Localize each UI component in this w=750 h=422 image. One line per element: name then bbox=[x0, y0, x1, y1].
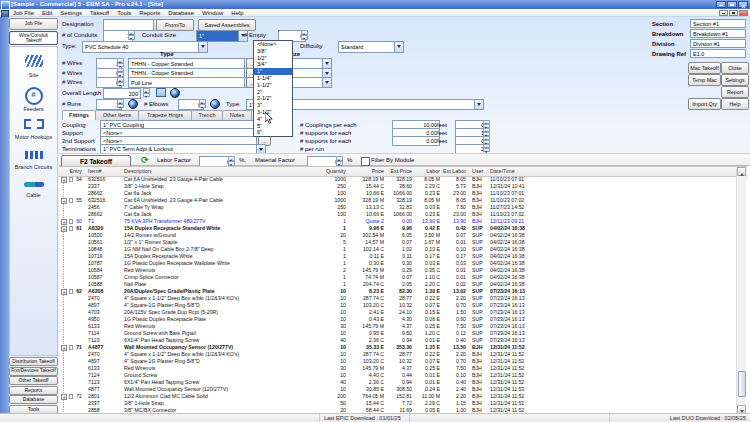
table-row[interactable]: +55632516Cat 6A Unshielded .23 Gauge 4-P… bbox=[59, 197, 735, 204]
table-row[interactable]: 108481G NM Nail On Cable Box 2-7/8" Deep… bbox=[59, 246, 735, 253]
table-row[interactable]: 10584Red Wirenuts2145.79 M0.290.35 C0.01… bbox=[59, 267, 735, 274]
table-row[interactable]: 48974" Square-1G Plaster Ring-5/8"D10103… bbox=[59, 358, 735, 365]
difficulty-combo[interactable]: Standard bbox=[338, 41, 404, 53]
menu-window[interactable]: Window bbox=[198, 9, 227, 17]
menu-tools[interactable]: Tools bbox=[113, 9, 135, 17]
sidebar-button-distribution-takeoff[interactable]: Distribution Takeoff bbox=[9, 357, 58, 366]
button-mac-takeoff[interactable]: Mac Takeoff bbox=[688, 62, 721, 74]
dropdown-option[interactable]: 2" bbox=[254, 89, 292, 96]
table-row[interactable]: 7124Ground Screw104.40 C0.440.01 E0.10BJ… bbox=[59, 372, 735, 379]
dropdown-option[interactable]: 2-1/2" bbox=[254, 95, 292, 102]
table-row[interactable]: 24567' Cable Ty Wrap25013.13 C32.830.03 … bbox=[59, 204, 735, 211]
dropdown-option[interactable]: 1-1/4" bbox=[254, 75, 292, 82]
num-wires-spinner-3[interactable] bbox=[117, 77, 124, 86]
table-row[interactable]: +62A620820A/Duplex/Spec Grade/Plastic Pl… bbox=[59, 288, 735, 295]
sidebar-button-job-file[interactable]: Job File bbox=[9, 18, 58, 30]
table-row[interactable]: 49501G Plastic Duplex Receptacle Plate10… bbox=[59, 316, 735, 323]
wire-type-combo-3[interactable]: Pull Line bbox=[128, 77, 254, 88]
sidebar-item-branch-circuits[interactable]: Branch Circuits bbox=[10, 145, 57, 170]
table-row[interactable]: 105611/2" x 1" Romex Staple514.57 M0.071… bbox=[59, 239, 735, 246]
table-row[interactable]: 71236X1/4" Pan Head Tapping Screw402.36 … bbox=[59, 337, 735, 344]
table-row[interactable]: 470320A/125V Spec Grade Dup Rcpt (5-20R)… bbox=[59, 309, 735, 316]
table-row[interactable]: 71236X1/4" Pan Head Tapping Screw402.36 … bbox=[59, 379, 735, 386]
from-to-button[interactable]: From/To bbox=[156, 19, 194, 31]
tab-trapeze-hngrs[interactable]: Trapeze Hngrs bbox=[138, 110, 192, 120]
child-minimize-button[interactable] bbox=[719, 10, 728, 16]
menu-help[interactable]: Help bbox=[227, 9, 247, 17]
num-wires-spinner-2[interactable] bbox=[117, 68, 124, 77]
sidebar-item-feeders[interactable]: #Feeders bbox=[10, 83, 57, 112]
dropdown-option[interactable]: 3" bbox=[254, 102, 292, 109]
takeoff-measure-icon[interactable] bbox=[170, 88, 180, 98]
sidebar-button-database[interactable]: Database bbox=[9, 395, 58, 404]
table-row[interactable]: 23373/8" 1-Hole Strap5015.44 C7.722.29 C… bbox=[59, 400, 735, 407]
dropdown-option[interactable]: 1" bbox=[254, 68, 292, 75]
overall-length-spinner[interactable] bbox=[143, 88, 150, 97]
sidebar-item-cable[interactable]: Cable bbox=[10, 173, 57, 198]
table-row[interactable]: 6133Red Wirenuts30145.79 M4.370.25 E7.50… bbox=[59, 323, 735, 330]
close-button[interactable] bbox=[738, 1, 748, 8]
table-row[interactable]: +61A832015A Duplex Receptacle Standard W… bbox=[59, 225, 735, 232]
table-row[interactable]: +72280112/2 Aluminum Clad MC Cable Solid… bbox=[59, 393, 735, 400]
scroll-up-arrow[interactable] bbox=[737, 167, 746, 176]
-nd-support-feet-input[interactable]: 0.00 bbox=[392, 136, 440, 146]
dropdown-option[interactable]: 1/2" bbox=[254, 55, 292, 62]
dropdown-option[interactable]: 3/4" bbox=[254, 61, 292, 68]
filter-by-module-checkbox[interactable] bbox=[361, 157, 370, 166]
sidebar-item-motor-hookups[interactable]: Motor Hookups bbox=[10, 115, 57, 140]
chevron-down-icon[interactable] bbox=[322, 69, 331, 78]
sidebar-item-site[interactable]: Site bbox=[10, 53, 57, 78]
num-wires-spinner-1[interactable] bbox=[117, 58, 124, 67]
menu-database[interactable]: Database bbox=[164, 9, 198, 17]
overall-length-input[interactable]: 200 bbox=[103, 88, 141, 99]
num-elbows-spinner[interactable] bbox=[199, 99, 206, 108]
tab-fittings[interactable]: Fittings bbox=[62, 110, 96, 120]
scroll-down-arrow[interactable] bbox=[737, 405, 746, 413]
child-restore-button[interactable] bbox=[729, 10, 738, 16]
drawing-ref-field[interactable]: E1.0 bbox=[690, 49, 746, 58]
table-row[interactable]: 23373/8" 1-Hole Strap25015.44 C38.602.29… bbox=[59, 183, 735, 190]
menu-job-file[interactable]: Job File bbox=[9, 9, 38, 17]
sidebar-button-wire-conduit-takeoff[interactable]: Wire/Conduit Takeoff bbox=[9, 31, 58, 45]
menu-edit[interactable]: Edit bbox=[38, 9, 56, 17]
table-row[interactable]: 10588Nail Plate1204.74 C2.052.20 C0.02SU… bbox=[59, 281, 735, 288]
button-help[interactable]: Help bbox=[721, 98, 749, 110]
chevron-down-icon[interactable] bbox=[474, 100, 483, 109]
vertical-scrollbar[interactable] bbox=[736, 167, 746, 413]
table-row[interactable]: 1050014/2 Romex w/Ground20302.54 M6.053.… bbox=[59, 232, 735, 239]
button-report[interactable]: Report bbox=[721, 86, 749, 98]
conduit-size-dropdown-list[interactable]: <None>3/8"1/2"3/4"1"1-1/4"1-1/2"2"2-1/2"… bbox=[253, 40, 293, 137]
dropdown-option[interactable]: 5" bbox=[254, 123, 292, 130]
table-row[interactable]: 10587Crimp Splice Connector174.74 M0.071… bbox=[59, 274, 735, 281]
button-import-qty[interactable]: Import Qty bbox=[688, 98, 721, 110]
sidebar-button-fixt-devices-takeoff[interactable]: Fixt/Devices Takeoff bbox=[9, 367, 58, 376]
button-close[interactable]: Close bbox=[721, 62, 749, 74]
table-row[interactable]: +60T175 KVA 3PH Transformer 480/277V1Quo… bbox=[59, 218, 735, 225]
tab-trench[interactable]: Trench bbox=[191, 110, 223, 120]
scrollbar-thumb[interactable] bbox=[738, 371, 746, 397]
maximize-button[interactable] bbox=[727, 1, 737, 8]
-nd-support-count-spinner[interactable] bbox=[483, 136, 490, 144]
table-row[interactable]: 28662Cat 6a Jack10010.66 E1066.000.23 E2… bbox=[59, 190, 735, 197]
table-row[interactable]: +71A4877Wall Mounted Occupancy Sensor (1… bbox=[59, 344, 735, 351]
table-row[interactable]: 1071915A Duplex Receptacle White10.11 E0… bbox=[59, 253, 735, 260]
chevron-down-icon[interactable] bbox=[394, 42, 403, 52]
child-close-button[interactable] bbox=[739, 10, 748, 16]
chevron-down-icon[interactable] bbox=[322, 59, 331, 68]
button-temp-mac[interactable]: Temp Mac bbox=[688, 74, 721, 86]
calculator-icon[interactable] bbox=[156, 88, 166, 97]
menu-reports[interactable]: Reports bbox=[135, 9, 164, 17]
section-field[interactable]: Section #1 bbox=[690, 19, 746, 28]
tab-notes[interactable]: Notes bbox=[222, 110, 252, 120]
dropdown-option[interactable]: 4" bbox=[254, 116, 292, 123]
dropdown-option[interactable]: 6" bbox=[254, 129, 292, 136]
terminations-count-spinner[interactable] bbox=[483, 144, 490, 152]
table-row[interactable]: 107871G Plastic Duplex Receptacle Wallpl… bbox=[59, 260, 735, 267]
dropdown-option[interactable]: 1-1/2" bbox=[254, 82, 292, 89]
table-row[interactable]: 7114Ground Screw with Bare Pigtail100.95… bbox=[59, 330, 735, 337]
menu-settings[interactable]: Settings bbox=[56, 9, 86, 17]
takeoff-measure-icon[interactable] bbox=[128, 99, 138, 109]
sidebar-button-other-takeoff[interactable]: Other Takeoff bbox=[9, 376, 58, 385]
chevron-down-icon[interactable] bbox=[198, 42, 207, 52]
chevron-down-icon[interactable] bbox=[256, 145, 265, 153]
